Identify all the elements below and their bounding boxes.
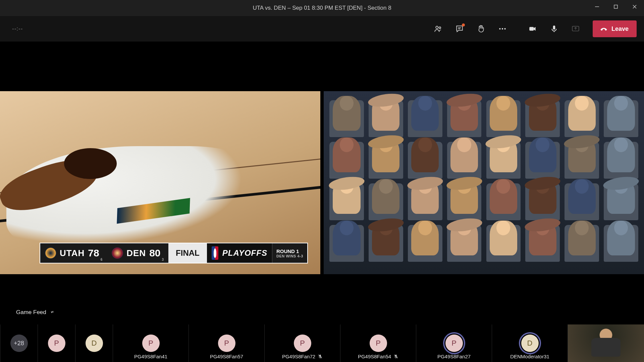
mic-button[interactable]	[546, 20, 562, 37]
team2-abbr: DEN	[126, 248, 146, 258]
participant-tile[interactable]: D	[75, 324, 113, 362]
svg-rect-1	[614, 5, 618, 8]
people-button[interactable]	[430, 20, 446, 37]
more-icon	[498, 24, 507, 33]
chat-button[interactable]	[451, 20, 468, 37]
participant-strip: +28 PDPPG49S8Fan41PPG49S8Fan57PPG49S8Fan…	[0, 324, 644, 362]
maximize-button[interactable]	[606, 0, 625, 13]
pin-icon	[47, 308, 55, 316]
mic-icon	[550, 24, 558, 33]
svg-point-9	[502, 28, 503, 29]
nba-logo	[212, 246, 218, 260]
avatar: D	[86, 335, 103, 352]
camera-button[interactable]	[524, 20, 541, 37]
overflow-count: +28	[10, 335, 28, 352]
playoffs-label: PLAYOFFS	[222, 248, 267, 258]
participant-name: PG49S8Fan27	[437, 354, 471, 359]
video-grid: UTAH 78 6 DEN 80 3 FINAL PLAYOFFS ROUND …	[0, 91, 644, 274]
minimize-button[interactable]	[588, 0, 606, 13]
team2-score: 80	[149, 247, 160, 259]
game-feed-pane[interactable]: UTAH 78 6 DEN 80 3 FINAL PLAYOFFS ROUND …	[0, 91, 320, 274]
svg-point-4	[436, 26, 438, 28]
hangup-icon	[599, 24, 608, 33]
participant-name: PG49S8Fan54	[358, 354, 398, 359]
leave-label: Leave	[611, 25, 629, 33]
avatar: P	[370, 335, 387, 352]
window-title: UTA vs. DEN – Sep 01 8:30 PM EST [DEN] -…	[253, 5, 391, 11]
overflow-participants[interactable]: +28	[0, 324, 38, 362]
svg-point-10	[504, 28, 505, 29]
leave-button[interactable]: Leave	[593, 20, 637, 37]
team1-score: 78	[88, 247, 99, 259]
crowd-rows	[327, 98, 641, 264]
virtual-crowd-pane[interactable]	[324, 91, 644, 274]
participant-tile[interactable]: P	[38, 324, 75, 362]
self-video-tile[interactable]	[568, 324, 644, 362]
team1-abbr: UTAH	[60, 248, 85, 258]
game-feed-label: Game Feed	[16, 309, 54, 316]
avatar: P	[48, 335, 65, 352]
team2-logo	[112, 247, 123, 259]
titlebar: UTA vs. DEN – Sep 01 8:30 PM EST [DEN] -…	[0, 0, 644, 16]
svg-rect-12	[553, 25, 555, 29]
score-bug: UTAH 78 6 DEN 80 3 FINAL PLAYOFFS ROUND …	[40, 243, 308, 263]
participant-tile[interactable]: PPG49S8Fan54	[340, 324, 416, 362]
participant-name: PG49S8Fan72	[282, 354, 323, 359]
participant-name: DENModerator31	[510, 354, 549, 359]
svg-point-5	[439, 27, 441, 28]
more-actions-button[interactable]	[494, 20, 511, 37]
meeting-toolbar: --:-- Leave	[0, 16, 644, 42]
participant-tile[interactable]: PPG49S8Fan41	[113, 324, 189, 362]
svg-rect-11	[529, 27, 534, 31]
participant-name: PG49S8Fan57	[210, 354, 243, 359]
svg-point-8	[499, 28, 500, 29]
series-result: DEN WINS 4-3	[276, 254, 303, 258]
avatar: P	[142, 335, 160, 352]
participant-tile[interactable]: DDENModerator31	[492, 324, 568, 362]
team1-seed: 6	[101, 258, 103, 261]
raise-hand-icon	[477, 24, 485, 33]
avatar: P	[294, 335, 311, 352]
meeting-stage: UTAH 78 6 DEN 80 3 FINAL PLAYOFFS ROUND …	[0, 42, 644, 362]
team2-seed: 3	[162, 258, 164, 261]
self-camera-feed	[568, 324, 644, 362]
avatar: D	[521, 335, 539, 352]
raise-hand-button[interactable]	[473, 20, 489, 37]
notification-badge	[462, 23, 465, 26]
game-status: FINAL	[168, 243, 207, 263]
participant-name: PG49S8Fan41	[134, 354, 167, 359]
avatar: P	[218, 335, 235, 352]
share-button[interactable]	[567, 20, 584, 37]
people-icon	[434, 24, 442, 33]
window-controls	[588, 0, 644, 13]
muted-icon	[393, 354, 398, 359]
team1-logo	[45, 247, 56, 259]
participant-tile[interactable]: PPG49S8Fan27	[416, 324, 492, 362]
camera-icon	[528, 24, 537, 33]
round-label: ROUND 1	[276, 248, 303, 254]
participant-tile[interactable]: PPG49S8Fan72	[264, 324, 340, 362]
share-icon	[571, 24, 580, 33]
participant-tile[interactable]: PPG49S8Fan57	[189, 324, 264, 362]
close-button[interactable]	[625, 0, 644, 13]
muted-icon	[318, 354, 323, 359]
call-duration: --:--	[12, 25, 23, 32]
player-silhouette	[6, 146, 269, 256]
avatar: P	[445, 335, 463, 352]
